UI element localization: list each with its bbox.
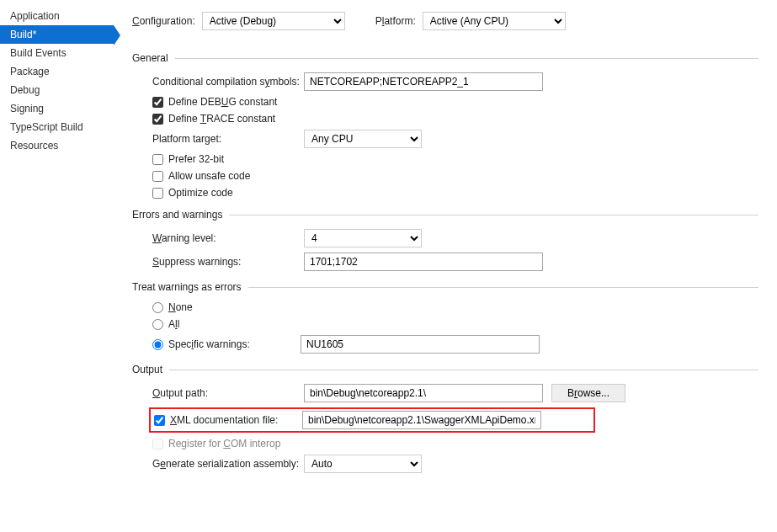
- section-treat: Treat warnings as errors None All Specif…: [132, 281, 758, 354]
- divider: [248, 287, 758, 288]
- define-debug-label: Define DEBUG constant: [168, 96, 277, 108]
- divider: [229, 215, 758, 215]
- xml-doc-highlight: XML documentation file:: [149, 407, 595, 433]
- allow-unsafe-label: Allow unsafe code: [168, 170, 250, 182]
- output-path-label: Output path:: [152, 387, 304, 399]
- section-title-output: Output: [132, 364, 169, 375]
- define-trace-checkbox[interactable]: [152, 114, 163, 125]
- sidebar-item-package[interactable]: Package: [0, 62, 114, 81]
- sidebar-item-build[interactable]: Build*: [0, 25, 114, 44]
- warning-level-label: Warning level:: [152, 232, 304, 244]
- treat-all-radio[interactable]: [152, 319, 163, 330]
- xml-doc-input[interactable]: [302, 411, 541, 429]
- cond-symbols-label: Conditional compilation symbols:: [152, 76, 304, 88]
- serialize-label: Generate serialization assembly:: [152, 458, 304, 470]
- sidebar-item-typescript-build[interactable]: TypeScript Build: [0, 118, 114, 136]
- suppress-label: Suppress warnings:: [152, 256, 304, 268]
- sidebar-item-application[interactable]: Application: [0, 7, 114, 25]
- treat-all-label: All: [168, 318, 179, 330]
- com-interop-checkbox: [152, 439, 163, 450]
- define-debug-checkbox[interactable]: [152, 97, 163, 108]
- define-trace-label: Define TRACE constant: [168, 113, 275, 125]
- treat-none-radio[interactable]: [152, 302, 163, 313]
- allow-unsafe-checkbox[interactable]: [152, 171, 163, 182]
- sidebar-item-signing[interactable]: Signing: [0, 99, 114, 118]
- section-title-errors: Errors and warnings: [132, 209, 229, 221]
- section-title-treat: Treat warnings as errors: [132, 281, 248, 293]
- output-path-input[interactable]: [304, 384, 543, 402]
- section-title-general: General: [132, 52, 175, 64]
- sidebar-item-build-events[interactable]: Build Events: [0, 44, 114, 62]
- platform-target-select[interactable]: Any CPU: [304, 130, 422, 148]
- browse-button[interactable]: Browse...: [551, 384, 625, 402]
- cond-symbols-input[interactable]: [304, 72, 543, 91]
- config-row: Configuration: Active (Debug) Platform: …: [132, 12, 758, 30]
- xml-doc-label: XML documentation file:: [170, 414, 278, 426]
- treat-specific-radio[interactable]: [152, 339, 163, 350]
- serialize-select[interactable]: Auto: [304, 455, 422, 473]
- sidebar: Application Build* Build Events Package …: [0, 0, 114, 532]
- sidebar-item-resources[interactable]: Resources: [0, 136, 114, 155]
- platform-target-label: Platform target:: [152, 133, 304, 145]
- section-general: General Conditional compilation symbols:…: [132, 52, 758, 199]
- xml-doc-checkbox[interactable]: [154, 415, 165, 426]
- divider: [169, 370, 758, 370]
- platform-label: Platform:: [375, 15, 416, 27]
- warning-level-select[interactable]: 4: [304, 229, 422, 247]
- suppress-input[interactable]: [304, 253, 543, 271]
- treat-none-label: None: [168, 301, 193, 313]
- sidebar-item-debug[interactable]: Debug: [0, 81, 114, 99]
- com-interop-label: Register for COM interop: [168, 438, 280, 450]
- optimize-label: Optimize code: [168, 187, 233, 199]
- treat-specific-label: Specific warnings:: [168, 338, 250, 350]
- config-select[interactable]: Active (Debug): [202, 12, 345, 30]
- optimize-checkbox[interactable]: [152, 188, 163, 199]
- treat-specific-input[interactable]: [301, 335, 540, 354]
- section-errors: Errors and warnings Warning level: 4 Sup…: [132, 209, 758, 271]
- config-label: Configuration:: [132, 15, 195, 27]
- section-output: Output Output path: Browse... XML docume…: [132, 364, 758, 473]
- divider: [175, 58, 758, 59]
- platform-select[interactable]: Active (Any CPU): [423, 12, 566, 30]
- prefer-32bit-label: Prefer 32-bit: [168, 153, 224, 165]
- prefer-32bit-checkbox[interactable]: [152, 154, 163, 165]
- main-panel: Configuration: Active (Debug) Platform: …: [114, 0, 777, 532]
